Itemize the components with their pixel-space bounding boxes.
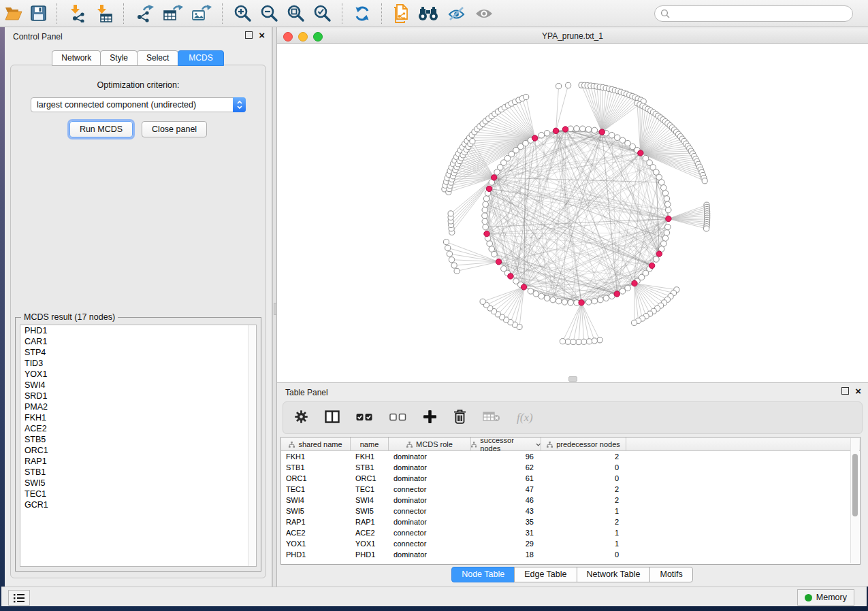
tab-select[interactable]: Select (137, 50, 178, 66)
network-node[interactable] (483, 224, 489, 230)
network-node[interactable] (592, 298, 598, 304)
mcds-list-scrollbar[interactable] (248, 325, 256, 566)
tab-mcds[interactable]: MCDS (178, 50, 223, 66)
mcds-hub-node[interactable] (484, 231, 489, 236)
network-node[interactable] (662, 191, 669, 197)
network-node[interactable] (562, 299, 568, 306)
network-node[interactable] (483, 201, 489, 208)
network-node[interactable] (443, 240, 449, 245)
mcds-hub-node[interactable] (656, 251, 662, 257)
refresh-layout-icon[interactable] (349, 2, 375, 25)
network-node[interactable] (556, 298, 562, 304)
share-document-icon[interactable] (389, 2, 413, 25)
window-minimize-icon[interactable] (298, 32, 308, 42)
network-node[interactable] (566, 82, 571, 88)
tab-style[interactable]: Style (100, 50, 138, 66)
close-panel-button[interactable]: Close panel (142, 121, 207, 137)
table-scrollbar[interactable] (850, 438, 859, 563)
network-node[interactable] (704, 226, 709, 231)
open-session-icon[interactable] (0, 2, 27, 25)
network-node[interactable] (539, 132, 545, 138)
network-node[interactable] (482, 218, 488, 225)
mcds-hub-node[interactable] (562, 127, 568, 132)
mcds-hub-node[interactable] (579, 300, 584, 306)
network-node[interactable] (614, 135, 620, 141)
zoom-in-icon[interactable] (229, 2, 256, 25)
mcds-result-item[interactable]: STB1 (20, 467, 256, 478)
mcds-hub-node[interactable] (553, 128, 558, 133)
table-row[interactable]: SWI5SWI5connector431 (281, 506, 860, 516)
find-binoculars-icon[interactable] (413, 2, 443, 25)
network-node[interactable] (598, 297, 604, 303)
column-header-predecessor-nodes[interactable]: predecessor nodes (541, 437, 626, 451)
network-node[interactable] (665, 201, 671, 208)
tab-node-table[interactable]: Node Table (451, 567, 515, 582)
network-node[interactable] (568, 299, 574, 306)
mcds-result-item[interactable]: PMA2 (20, 401, 256, 412)
network-node[interactable] (576, 340, 581, 345)
column-header-shared-name[interactable]: shared name (281, 437, 351, 451)
network-node[interactable] (592, 338, 597, 344)
network-node[interactable] (454, 268, 460, 274)
vertical-splitter[interactable] (272, 27, 277, 587)
mcds-result-item[interactable]: RAP1 (20, 456, 256, 467)
table-row[interactable]: FKH1FKH1dominator962 (281, 451, 860, 462)
network-node[interactable] (487, 241, 493, 247)
network-node[interactable] (556, 84, 562, 89)
network-node[interactable] (586, 339, 592, 344)
network-node[interactable] (665, 224, 671, 230)
table-row[interactable]: STB1STB1dominator620 (281, 462, 860, 473)
close-panel-icon[interactable]: × (855, 387, 861, 395)
network-node[interactable] (539, 293, 545, 299)
network-node[interactable] (501, 266, 507, 272)
zoom-out-icon[interactable] (256, 2, 283, 25)
float-panel-icon[interactable] (841, 387, 849, 395)
mcds-hub-node[interactable] (521, 284, 526, 290)
zoom-selected-icon[interactable] (309, 2, 336, 25)
zoom-fit-icon[interactable] (283, 2, 309, 25)
window-close-icon[interactable] (283, 32, 293, 42)
network-node[interactable] (570, 339, 576, 344)
network-node[interactable] (560, 339, 565, 344)
network-node[interactable] (574, 126, 580, 132)
network-node[interactable] (544, 295, 550, 301)
mcds-hub-node[interactable] (532, 135, 538, 141)
float-panel-icon[interactable] (245, 31, 253, 39)
network-node[interactable] (483, 196, 489, 202)
network-node[interactable] (448, 211, 453, 216)
network-node[interactable] (620, 288, 626, 295)
network-node[interactable] (470, 139, 475, 144)
mcds-hub-node[interactable] (496, 259, 501, 265)
tab-network-table[interactable]: Network Table (577, 567, 651, 582)
export-network-icon[interactable] (131, 2, 159, 25)
network-node[interactable] (658, 180, 664, 186)
mcds-result-item[interactable]: SRD1 (20, 391, 256, 401)
network-node[interactable] (654, 257, 660, 263)
network-node[interactable] (568, 126, 574, 132)
tab-motifs[interactable]: Motifs (649, 567, 692, 582)
network-node[interactable] (603, 295, 609, 301)
mcds-result-item[interactable]: PHD1 (20, 325, 256, 336)
split-panel-icon[interactable] (325, 410, 340, 426)
mcds-hub-node[interactable] (632, 280, 637, 286)
mcds-result-item[interactable]: SWI5 (20, 478, 256, 489)
table-settings-gear-icon[interactable] (294, 410, 308, 427)
mcds-result-item[interactable]: STB5 (20, 434, 256, 445)
network-node[interactable] (482, 207, 488, 213)
mcds-result-item[interactable]: ORC1 (20, 445, 256, 456)
task-history-button[interactable] (8, 590, 30, 606)
select-all-icon[interactable] (356, 412, 373, 424)
mcds-result-item[interactable]: ACE2 (20, 423, 256, 434)
network-node[interactable] (550, 297, 556, 303)
import-table-icon[interactable] (91, 2, 117, 25)
network-node[interactable] (449, 257, 454, 263)
mcds-hub-node[interactable] (666, 216, 671, 221)
save-session-icon[interactable] (27, 2, 50, 25)
column-header-successor-nodes[interactable]: successor nodes (471, 437, 541, 451)
export-image-icon[interactable] (187, 2, 216, 25)
table-row[interactable]: ACE2ACE2connector311 (281, 527, 860, 538)
mcds-result-item[interactable]: STP4 (20, 347, 256, 358)
mcds-result-item[interactable]: TEC1 (20, 489, 256, 499)
table-scrollbar-thumb[interactable] (852, 454, 858, 516)
network-node[interactable] (661, 241, 667, 247)
